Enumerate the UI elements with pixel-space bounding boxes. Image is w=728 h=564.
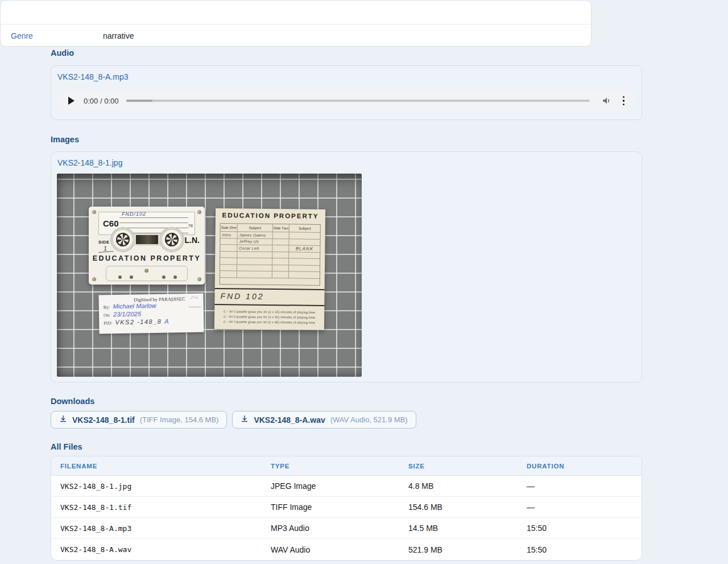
download-icon <box>59 415 67 425</box>
digitised-pid-suffix: A <box>164 318 169 325</box>
inlay-col-subject-1: Subject <box>238 224 273 232</box>
cell-filename: VKS2-148_8-1.tif <box>51 503 262 512</box>
images-section-heading: Images <box>51 135 79 144</box>
table-row: VKS2-148_8-A.mp3 MP3 Audio 14.5 MB 15:50 <box>51 518 642 539</box>
download-filename: VKS2-148_8-A.wav <box>254 415 325 425</box>
files-table-header: FILENAME TYPE SIZE DURATION <box>51 456 642 476</box>
digitised-label: Digitised by PARADISEC PARADISEC By: Mic… <box>98 293 204 334</box>
downloads-section-heading: Downloads <box>51 397 94 406</box>
cell-size: 521.9 MB <box>399 545 518 554</box>
audio-track-thumb[interactable] <box>126 100 152 102</box>
cell-filename: VKS2-148_8-1.jpg <box>51 482 262 491</box>
digitised-by-label: By: <box>104 303 110 311</box>
inlay-col-side-two: Side Two <box>273 224 289 232</box>
cassette-property-text: EDUCATION PROPERTY <box>89 254 205 262</box>
download-meta: (WAV Audio, 521.9 MB) <box>330 415 408 424</box>
download-tif-button[interactable]: VKS2-148_8-1.tif (TIFF Image, 154.6 MB) <box>51 411 227 429</box>
cassette-hole <box>118 275 122 279</box>
audio-player[interactable]: 0:00 / 0:00 <box>57 90 636 111</box>
inlay-col-side-one: Side One <box>221 224 238 232</box>
inlay-notes: C - 30 Cassette gives you 30 (2 x 15) mi… <box>214 309 324 325</box>
download-wav-button[interactable]: VKS2-148_8-A.wav (WAV Audio, 521.9 MB) <box>232 411 416 429</box>
col-duration: DURATION <box>518 463 642 470</box>
inlay-entry: Jeffrey Uli <box>237 238 272 245</box>
cell-filename: VKS2-148_8-A.mp3 <box>51 524 262 533</box>
cassette-screw-icon <box>197 277 201 281</box>
files-table: FILENAME TYPE SIZE DURATION VKS2-148_8-1… <box>51 456 642 561</box>
metadata-card: Genre narrative <box>0 0 592 47</box>
cassette-tape-window <box>134 233 160 246</box>
cassette-handwritten-id: FND/102 <box>122 211 146 217</box>
audio-card: VKS2-148_8-A.mp3 0:00 / 0:00 <box>51 65 642 120</box>
cell-type: WAV Audio <box>262 545 399 554</box>
cell-type: JPEG Image <box>262 481 399 491</box>
image-file-link[interactable]: VKS2-148_8-1.jpg <box>57 158 122 167</box>
inlay-table: Side One Subject Side Two Subject Intro … <box>220 223 321 286</box>
inlay-fold-line <box>215 288 325 290</box>
cassette-screw-icon <box>92 210 96 214</box>
cell-duration: — <box>518 503 642 512</box>
audio-section-heading: Audio <box>51 48 74 57</box>
cassette-hole <box>173 275 177 279</box>
archive-item-page: Genre narrative Audio VKS2-148_8-A.mp3 0… <box>0 0 728 564</box>
cassette-model: C60 <box>103 219 119 228</box>
overflow-menu-icon[interactable] <box>621 95 627 107</box>
inlay-col-subject-2: Subject <box>289 224 320 233</box>
inlay-spine-id: FND 102 <box>220 291 264 301</box>
cassette-number: 78 <box>188 223 193 228</box>
col-type: TYPE <box>262 463 399 470</box>
download-filename: VKS2-148_8-1.tif <box>72 415 135 425</box>
table-row: VKS2-148_8-1.jpg JPEG Image 4.8 MB — <box>51 476 642 497</box>
inlay-entry: Intro <box>221 232 238 238</box>
cell-duration: — <box>518 481 642 491</box>
digitised-by-value: Michael Marlow <box>113 302 156 310</box>
image-card: VKS2-148_8-1.jpg C60 FND/102 78 SIDE 1 <box>51 151 642 382</box>
downloads-row: VKS2-148_8-1.tif (TIFF Image, 154.6 MB) … <box>51 411 416 429</box>
metadata-row-partial <box>1 1 591 24</box>
paradisec-logo-icon: PARADISEC <box>188 296 200 310</box>
download-meta: (TIFF Image, 154.6 MB) <box>140 415 219 424</box>
cassette-brand: L.N. <box>185 236 200 245</box>
digitised-on-label: On: <box>104 311 110 319</box>
digitised-on-value: 23/1/2025 <box>113 310 141 318</box>
cell-size: 154.6 MB <box>399 503 518 512</box>
genre-row: Genre narrative <box>1 24 591 47</box>
inlay-entry: James Gwero <box>238 232 273 238</box>
cell-filename: VKS2-148_8-A.wav <box>51 545 262 554</box>
cassette-photo[interactable]: C60 FND/102 78 SIDE 1 L.N. EDUCATION PRO… <box>57 174 362 377</box>
inlay-fold-line <box>214 304 324 306</box>
genre-label-link[interactable]: Genre <box>11 31 103 40</box>
cassette-hub-right <box>160 228 184 252</box>
cell-duration: 15:50 <box>518 545 642 554</box>
audio-time: 0:00 / 0:00 <box>84 97 118 105</box>
table-row: VKS2-148_8-A.wav WAV Audio 521.9 MB 15:5… <box>51 539 642 560</box>
cassette-screw-icon <box>197 210 201 214</box>
cell-type: TIFF Image <box>262 503 399 512</box>
cassette-hole <box>130 275 133 279</box>
cassette-inlay-card: EDUCATION PROPERTY Side One Subject Side… <box>214 208 325 330</box>
cell-duration: 15:50 <box>518 524 642 533</box>
volume-icon[interactable] <box>601 95 613 106</box>
audio-file-link[interactable]: VKS2-148_8-A.mp3 <box>57 72 129 81</box>
audio-seek-bar[interactable] <box>126 97 589 105</box>
inlay-entry-blank: BLANK <box>289 245 320 252</box>
genre-value: narrative <box>103 31 134 40</box>
audio-track[interactable] <box>126 100 589 102</box>
play-icon[interactable] <box>68 97 75 105</box>
cell-type: MP3 Audio <box>262 524 399 533</box>
cell-size: 4.8 MB <box>399 481 518 491</box>
digitised-pid-value: VKS2 -148_8 <box>115 318 162 326</box>
col-filename: FILENAME <box>51 463 262 470</box>
all-files-section-heading: All Files <box>51 442 82 451</box>
inlay-header: EDUCATION PROPERTY <box>216 212 325 220</box>
cell-size: 14.5 MB <box>399 524 518 533</box>
cassette-screw-icon <box>92 277 96 281</box>
digitised-pid-label: PID: <box>104 319 112 327</box>
cassette-hole <box>162 275 166 279</box>
cassette-side-number: 1 <box>98 244 114 253</box>
inlay-entry: Oscar Leb <box>237 245 272 252</box>
col-size: SIZE <box>399 463 518 470</box>
cassette-hub-left <box>111 228 135 252</box>
cassette-shell: C60 FND/102 78 SIDE 1 L.N. EDUCATION PRO… <box>89 207 205 285</box>
table-row: VKS2-148_8-1.tif TIFF Image 154.6 MB — <box>51 497 642 518</box>
